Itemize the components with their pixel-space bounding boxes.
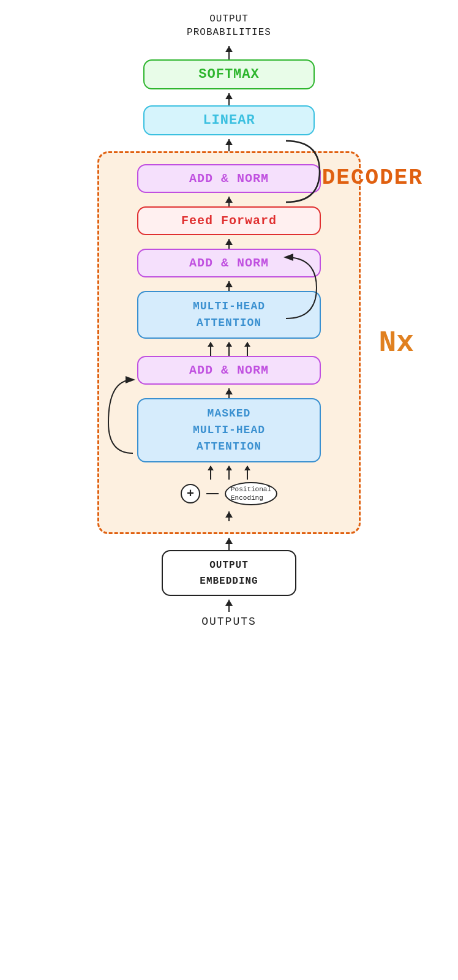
arrow-mha-in-2 bbox=[228, 342, 230, 356]
multi-head-attention-box: MULTI-HEAD ATTENTION bbox=[137, 291, 321, 339]
arrow-masked-in-1 bbox=[210, 466, 211, 480]
add-norm-middle: ADD & NORM bbox=[137, 249, 321, 277]
diagram: OUTPUT PROBABILITIES SOFTMAX LINEAR DECO… bbox=[0, 0, 458, 980]
arrow-masked-in-2 bbox=[228, 466, 230, 480]
arrow-addnorm3-masked bbox=[228, 388, 230, 398]
linear-box: LINEAR bbox=[143, 105, 315, 135]
arrow-addnorm1-ff bbox=[228, 197, 230, 206]
connector-line bbox=[206, 493, 219, 494]
add-norm-top: ADD & NORM bbox=[137, 164, 321, 193]
arrow-masked-in-3 bbox=[247, 466, 248, 480]
nx-label: Nx bbox=[378, 326, 414, 360]
masked-mha-box: MASKED MULTI-HEAD ATTENTION bbox=[137, 398, 321, 462]
arrow-embed-posenc bbox=[228, 511, 230, 521]
arrow-linear-decoder bbox=[228, 139, 230, 151]
output-embedding-box: OUTPUT EMBEDDING bbox=[162, 550, 296, 596]
arrow-mha-in-3 bbox=[247, 342, 248, 356]
outputs-label: OUTPUTS bbox=[201, 616, 257, 628]
output-probabilities-label: OUTPUT PROBABILITIES bbox=[187, 12, 271, 40]
arrow-addnorm2-mha bbox=[228, 281, 230, 291]
softmax-box: SOFTMAX bbox=[143, 59, 315, 89]
arrow-to-softmax bbox=[228, 46, 230, 59]
positional-encoding-row: + Positional Encoding bbox=[181, 482, 277, 506]
add-norm-bottom: ADD & NORM bbox=[137, 356, 321, 385]
decoder-container: DECODER Nx ADD & NORM Feed Forward bbox=[97, 151, 361, 535]
plus-circle: + bbox=[181, 484, 200, 503]
positional-encoding-box: Positional Encoding bbox=[225, 482, 277, 506]
decoder-inner: ADD & NORM Feed Forward ADD & NORM bbox=[114, 164, 344, 522]
arrow-decoder-embed bbox=[228, 538, 230, 550]
arrow-ff-addnorm2 bbox=[228, 239, 230, 249]
arrow-outputs-embed bbox=[228, 600, 230, 612]
arrow-softmax-linear bbox=[228, 93, 230, 105]
arrow-mha-in-1 bbox=[210, 342, 211, 356]
feed-forward-box: Feed Forward bbox=[137, 206, 321, 235]
